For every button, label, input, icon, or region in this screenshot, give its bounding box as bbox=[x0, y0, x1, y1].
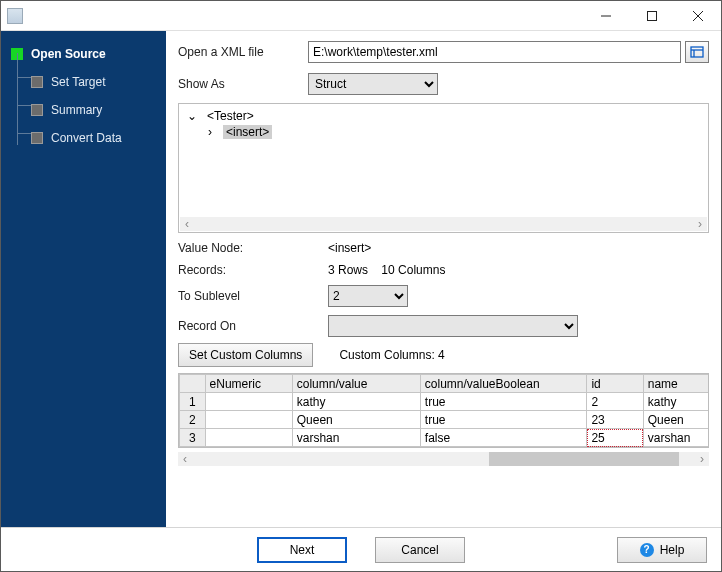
sidebar-item-set-target[interactable]: Set Target bbox=[1, 71, 166, 93]
to-sublevel-label: To Sublevel bbox=[178, 289, 328, 303]
records-cols: 10 Columns bbox=[381, 263, 445, 277]
sidebar-item-label: Set Target bbox=[51, 75, 105, 89]
maximize-button[interactable] bbox=[629, 1, 675, 31]
cell[interactable]: kathy bbox=[643, 393, 709, 411]
step-marker-icon bbox=[31, 104, 43, 116]
to-sublevel-select[interactable]: 2 bbox=[328, 285, 408, 307]
data-grid[interactable]: eNumeric column/value column/valueBoolea… bbox=[178, 373, 709, 448]
cell[interactable]: 25 bbox=[587, 429, 643, 447]
xml-tree-view[interactable]: ⌄ <Tester> › <insert> ‹ › bbox=[178, 103, 709, 233]
cell[interactable]: 23 bbox=[587, 411, 643, 429]
cell[interactable]: Queen bbox=[643, 411, 709, 429]
cancel-button[interactable]: Cancel bbox=[375, 537, 465, 563]
cell[interactable]: kathy bbox=[292, 393, 420, 411]
records-rows: 3 Rows bbox=[328, 263, 368, 277]
records-label: Records: bbox=[178, 263, 328, 277]
row-header: 2 bbox=[180, 411, 206, 429]
scroll-right-icon[interactable]: › bbox=[693, 217, 707, 231]
help-label: Help bbox=[660, 543, 685, 557]
cell[interactable]: 2 bbox=[587, 393, 643, 411]
scroll-right-icon[interactable]: › bbox=[695, 452, 709, 466]
sidebar-item-label: Convert Data bbox=[51, 131, 122, 145]
open-file-input[interactable] bbox=[308, 41, 681, 63]
content-panel: Open a XML file Show As Struct ⌄ <Tester… bbox=[166, 31, 721, 527]
scroll-left-icon[interactable]: ‹ bbox=[180, 217, 194, 231]
cell[interactable] bbox=[205, 393, 292, 411]
sidebar-item-summary[interactable]: Summary bbox=[1, 99, 166, 121]
record-on-label: Record On bbox=[178, 319, 328, 333]
close-button[interactable] bbox=[675, 1, 721, 31]
col-header[interactable]: column/valueBoolean bbox=[420, 375, 587, 393]
wizard-sidebar: Open Source Set Target Summary Convert D… bbox=[1, 31, 166, 527]
table-row[interactable]: 2Queentrue23Queentrue29 bbox=[180, 411, 710, 429]
cell[interactable]: true bbox=[420, 411, 587, 429]
col-header[interactable]: eNumeric bbox=[205, 375, 292, 393]
col-header[interactable]: id bbox=[587, 375, 643, 393]
help-button[interactable]: ? Help bbox=[617, 537, 707, 563]
cell[interactable]: false bbox=[420, 429, 587, 447]
cell[interactable]: varshan bbox=[643, 429, 709, 447]
cell[interactable]: true bbox=[420, 393, 587, 411]
scroll-thumb[interactable] bbox=[489, 452, 679, 466]
minimize-button[interactable] bbox=[583, 1, 629, 31]
table-row[interactable]: 3varshanfalse25varshanfalse5 bbox=[180, 429, 710, 447]
wizard-footer: Next Cancel ? Help bbox=[1, 527, 721, 571]
col-header[interactable]: name bbox=[643, 375, 709, 393]
tree-collapse-icon[interactable]: ⌄ bbox=[185, 109, 199, 123]
sidebar-item-label: Open Source bbox=[31, 47, 106, 61]
record-on-select[interactable] bbox=[328, 315, 578, 337]
table-row[interactable]: 1kathytrue2kathytrue2 bbox=[180, 393, 710, 411]
tree-node-child[interactable]: <insert> bbox=[223, 125, 272, 139]
next-button[interactable]: Next bbox=[257, 537, 347, 563]
cell[interactable] bbox=[205, 429, 292, 447]
sidebar-item-convert-data[interactable]: Convert Data bbox=[1, 127, 166, 149]
col-header[interactable]: column/value bbox=[292, 375, 420, 393]
sidebar-item-open-source[interactable]: Open Source bbox=[1, 43, 166, 65]
help-icon: ? bbox=[640, 543, 654, 557]
step-marker-icon bbox=[31, 76, 43, 88]
app-icon bbox=[7, 8, 23, 24]
row-header: 1 bbox=[180, 393, 206, 411]
cell[interactable]: varshan bbox=[292, 429, 420, 447]
corner-header bbox=[180, 375, 206, 393]
svg-rect-4 bbox=[691, 47, 703, 57]
step-marker-icon bbox=[31, 132, 43, 144]
show-as-label: Show As bbox=[178, 77, 308, 91]
grid-h-scrollbar[interactable]: ‹ › bbox=[178, 452, 709, 466]
step-marker-icon bbox=[11, 48, 23, 60]
tree-expand-icon[interactable]: › bbox=[203, 125, 217, 139]
row-header: 3 bbox=[180, 429, 206, 447]
scroll-left-icon[interactable]: ‹ bbox=[178, 452, 192, 466]
titlebar bbox=[1, 1, 721, 31]
open-file-label: Open a XML file bbox=[178, 45, 308, 59]
value-node-label: Value Node: bbox=[178, 241, 328, 255]
show-as-select[interactable]: Struct bbox=[308, 73, 438, 95]
cell[interactable]: Queen bbox=[292, 411, 420, 429]
browse-button[interactable] bbox=[685, 41, 709, 63]
svg-rect-1 bbox=[648, 11, 657, 20]
set-custom-columns-button[interactable]: Set Custom Columns bbox=[178, 343, 313, 367]
tree-node-root[interactable]: <Tester> bbox=[207, 109, 254, 123]
sidebar-item-label: Summary bbox=[51, 103, 102, 117]
tree-h-scrollbar[interactable]: ‹ › bbox=[180, 217, 707, 231]
value-node-value: <insert> bbox=[328, 241, 709, 255]
custom-columns-label: Custom Columns: 4 bbox=[339, 348, 444, 362]
cell[interactable] bbox=[205, 411, 292, 429]
